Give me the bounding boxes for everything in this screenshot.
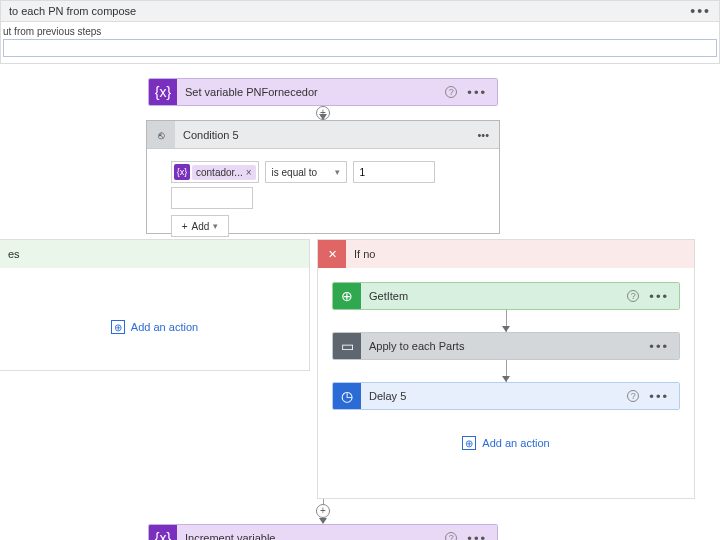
close-icon: ✕ bbox=[318, 240, 346, 268]
card-actions: ? ••• bbox=[435, 79, 497, 105]
more-icon[interactable]: ••• bbox=[649, 289, 669, 304]
more-icon[interactable]: ••• bbox=[467, 531, 487, 541]
apply-each-card[interactable]: ▭ Apply to each Parts ••• bbox=[332, 332, 680, 360]
if-no-add-action[interactable]: ⊕ Add an action bbox=[332, 436, 680, 450]
condition-operand-extra[interactable] bbox=[171, 187, 253, 209]
if-yes-label: es bbox=[0, 240, 309, 268]
variable-icon: {x} bbox=[149, 525, 177, 540]
plus-icon: + bbox=[182, 221, 188, 232]
condition-body: {x} contador... × is equal to ▾ + Add ▾ bbox=[147, 149, 499, 245]
help-icon[interactable]: ? bbox=[627, 290, 639, 302]
condition-add-label: Add bbox=[192, 221, 210, 232]
if-no-branch: ✕ If no ⊕ GetItem ? ••• ▭ Apply to each … bbox=[317, 239, 695, 499]
if-yes-add-action[interactable]: ⊕ Add an action bbox=[0, 320, 309, 334]
clock-icon: ◷ bbox=[333, 383, 361, 409]
getitem-card[interactable]: ⊕ GetItem ? ••• bbox=[332, 282, 680, 310]
condition-value-input[interactable] bbox=[353, 161, 435, 183]
remove-token-icon[interactable]: × bbox=[246, 167, 252, 178]
add-step-button[interactable]: + bbox=[316, 504, 330, 518]
loop-icon: ▭ bbox=[333, 333, 361, 359]
more-icon[interactable]: ••• bbox=[649, 339, 669, 354]
if-no-add-action-label: Add an action bbox=[482, 437, 549, 449]
flow-canvas: {x} Set variable PNFornecedor ? ••• + ⎋ … bbox=[0, 64, 720, 540]
condition-operand-label: contador... bbox=[196, 167, 243, 178]
if-yes-header: es bbox=[0, 240, 309, 268]
if-no-header: ✕ If no bbox=[318, 240, 694, 268]
help-icon[interactable]: ? bbox=[627, 390, 639, 402]
apply-each-label: Apply to each Parts bbox=[361, 333, 639, 359]
if-yes-branch: es ⊕ Add an action bbox=[0, 239, 310, 371]
condition-operator-select[interactable]: is equal to ▾ bbox=[265, 161, 347, 183]
help-icon[interactable]: ? bbox=[445, 86, 457, 98]
variable-icon: {x} bbox=[149, 79, 177, 105]
condition-more-icon[interactable]: ••• bbox=[477, 129, 489, 141]
condition-add-button[interactable]: + Add ▾ bbox=[171, 215, 229, 237]
more-icon[interactable]: ••• bbox=[467, 85, 487, 100]
condition-header: ⎋ Condition 5 ••• bbox=[147, 121, 499, 149]
getitem-label: GetItem bbox=[361, 283, 617, 309]
condition-icon: ⎋ bbox=[147, 121, 175, 148]
loop-input-field[interactable] bbox=[3, 39, 717, 57]
add-action-icon: ⊕ bbox=[462, 436, 476, 450]
delay-label: Delay 5 bbox=[361, 383, 617, 409]
set-variable-card[interactable]: {x} Set variable PNFornecedor ? ••• bbox=[148, 78, 498, 106]
loop-title: to each PN from compose bbox=[9, 5, 136, 17]
sharepoint-icon: ⊕ bbox=[333, 283, 361, 309]
delay-card[interactable]: ◷ Delay 5 ? ••• bbox=[332, 382, 680, 410]
help-icon[interactable]: ? bbox=[445, 532, 457, 540]
condition-title: Condition 5 bbox=[175, 121, 467, 148]
loop-header-bar: to each PN from compose ••• bbox=[0, 0, 720, 22]
chevron-down-icon: ▾ bbox=[213, 221, 218, 231]
increment-variable-label: Increment variable bbox=[177, 525, 435, 540]
set-variable-label: Set variable PNFornecedor bbox=[177, 79, 435, 105]
more-icon[interactable]: ••• bbox=[649, 389, 669, 404]
add-action-icon: ⊕ bbox=[111, 320, 125, 334]
if-yes-add-action-label: Add an action bbox=[131, 321, 198, 333]
condition-operator-label: is equal to bbox=[272, 167, 318, 178]
if-no-label: If no bbox=[346, 240, 694, 268]
chevron-down-icon: ▾ bbox=[335, 167, 340, 177]
condition-card[interactable]: ⎋ Condition 5 ••• {x} contador... × is e… bbox=[146, 120, 500, 234]
increment-variable-card[interactable]: {x} Increment variable ? ••• bbox=[148, 524, 498, 540]
expression-icon: {x} bbox=[174, 164, 190, 180]
loop-input-label: ut from previous steps bbox=[3, 26, 717, 39]
loop-menu-icon[interactable]: ••• bbox=[690, 3, 711, 19]
condition-operand-left[interactable]: {x} contador... × bbox=[171, 161, 259, 183]
loop-input-area: ut from previous steps bbox=[0, 22, 720, 64]
